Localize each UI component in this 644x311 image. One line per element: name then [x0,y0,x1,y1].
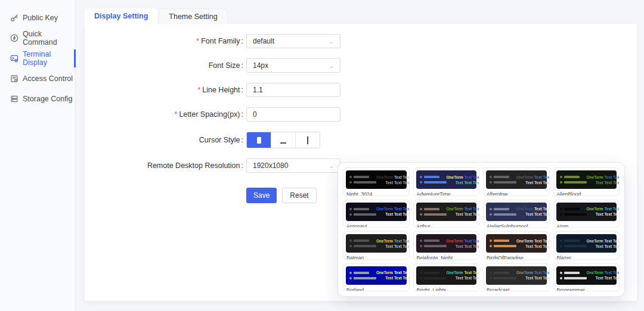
preview-line2: Text Text Text [376,180,410,185]
theme-card[interactable]: OneTerm Text Text Text Text Text Belafon… [413,231,480,260]
theme-card[interactable]: OneTerm Text Text Text Text Text Bright_… [413,263,480,292]
line-height-input[interactable]: 1.1 [246,83,340,97]
tab-theme-setting[interactable]: Theme Setting [159,8,227,24]
preview-bar [494,176,509,178]
preview-line1: OneTerm Text Text [587,206,620,212]
font-family-select[interactable]: default ⌄ [246,34,340,48]
preview-bar [564,181,587,184]
preview-dot [420,240,422,242]
theme-preview: OneTerm Text Text Text Text Text [556,170,617,189]
line-height-value: 1.1 [253,86,263,94]
tab-display-setting[interactable]: Display Setting [85,8,157,24]
theme-card[interactable]: OneTerm Text Text Text Text Text Blazer [553,231,620,260]
theme-preview: OneTerm Text Text Text Text Text [486,170,547,189]
reset-button[interactable]: Reset [282,188,316,203]
cursor-underline-option[interactable] [271,132,296,148]
preview-dot [560,277,562,279]
preview-dot [490,181,492,184]
preview-dot [490,176,492,178]
required-marker: * [196,37,199,45]
key-icon [10,14,18,22]
theme-card[interactable]: OneTerm Text Text Text Text Text Arthur [413,200,480,228]
theme-preview: OneTerm Text Text Text Text Text [486,203,547,221]
theme-name: Batman [346,255,407,260]
theme-preview: OneTerm Text Text Text Text Text [346,266,407,285]
sidebar-item-storage-config[interactable]: Storage Config [0,89,75,109]
preview-line2: Text Text Text [587,244,620,249]
font-size-select[interactable]: 14px ⌄ [246,58,340,73]
theme-card[interactable]: OneTerm Text Text Text Text Text Batman [343,231,410,260]
sidebar-item-public-key[interactable]: Public Key [0,8,75,28]
font-family-value: default [253,37,274,45]
sidebar-item-label: Terminal Display [23,50,75,67]
theme-name: Borland [346,287,407,292]
font-size-label: Font Size: [85,61,243,70]
preview-line1: OneTerm Text Text [447,175,480,180]
preview-dot [420,277,422,279]
preview-dot [490,213,492,216]
preview-dot [420,245,422,247]
save-button[interactable]: Save [246,188,277,203]
theme-card[interactable]: OneTerm Text Text Text Text Text AlienBl… [553,167,620,196]
theme-card[interactable]: OneTerm Text Text Text Text Text Aftergl… [483,167,550,196]
preview-line2: Text Text Text [516,180,550,185]
theme-card[interactable]: OneTerm Text Text Text Text Text Atom [553,200,620,228]
preview-bar [494,181,516,184]
theme-name: Arthur [416,223,477,228]
sidebar-item-label: Storage Config [23,95,72,103]
preview-line1: OneTerm Text Text [516,270,550,275]
theme-name: Bright_Lights [416,287,477,292]
preview-line1: OneTerm Text Text [447,206,480,212]
sidebar-item-quick-command[interactable]: Quick Command [0,28,75,48]
theme-preview: OneTerm Text Text Text Text Text [416,266,477,285]
preview-bar [494,240,509,242]
terminal-icon [10,54,18,63]
preview-line1: OneTerm Text Text [587,238,620,244]
sidebar-item-terminal-display[interactable]: Terminal Display [0,48,75,69]
theme-preview: OneTerm Text Text Text Text Text [346,234,407,253]
preview-dot [490,277,492,279]
theme-card[interactable]: OneTerm Text Text Text Text Text Night_3… [343,167,410,196]
preview-line1: OneTerm Text Text [376,238,410,244]
cursor-style-group [246,132,320,148]
theme-card[interactable]: OneTerm Text Text Text Text Text Broadca… [483,263,550,292]
preview-line1: OneTerm Text Text [516,238,550,244]
preview-line2: Text Text Text [376,244,410,249]
cursor-block-option[interactable] [247,132,271,148]
preview-line2: Text Text Text [587,180,620,185]
theme-card[interactable]: OneTerm Text Text Text Text Text BirdsOf… [483,231,550,260]
letter-spacing-input[interactable]: 0 [246,107,340,122]
theme-preview: OneTerm Text Text Text Text Text [416,234,477,253]
tab-bar: Display Setting Theme Setting [85,8,228,24]
theme-preview: OneTerm Text Text Text Text Text [416,203,477,221]
preview-bar [354,245,376,247]
theme-card[interactable]: OneTerm Text Text Text Text Text Argonau… [343,200,410,228]
cursor-bar-option[interactable] [296,132,320,148]
preview-dot [560,213,562,216]
preview-dot [349,240,352,242]
theme-selector-popup: OneTerm Text Text Text Text Text Night_3… [338,162,625,297]
theme-preview: OneTerm Text Text Text Text Text [346,170,407,189]
preview-dot [349,272,352,274]
theme-card[interactable]: OneTerm Text Text Text Text Text Borland [343,263,410,292]
theme-name: Broadcast [486,287,547,292]
form-row-cursor-style: Cursor Style: [85,132,637,148]
line-height-label: *Line Height: [85,86,243,94]
preview-bar [354,240,369,242]
preview-bar [564,213,587,216]
theme-preview: OneTerm Text Text Text Text Text [556,203,617,221]
preview-dot [420,213,422,216]
preview-bar [494,272,509,274]
theme-name: BirdsOfParadise [486,255,547,260]
theme-card[interactable]: OneTerm Text Text Text Text Text Brogram… [553,263,620,292]
preview-line2: Text Text Text [587,275,620,281]
theme-card[interactable]: OneTerm Text Text Text Text Text Atelier… [483,200,550,228]
resolution-select[interactable]: 1920x1080 ⌄ [246,158,340,173]
theme-card[interactable]: OneTerm Text Text Text Text Text Adventu… [413,167,480,196]
preview-line1: OneTerm Text Text [587,175,620,180]
preview-bar [564,208,580,210]
preview-bar [424,245,447,247]
preview-dot [420,272,422,274]
preview-dot [349,176,352,178]
sidebar-item-access-control[interactable]: Access Control [0,69,75,89]
